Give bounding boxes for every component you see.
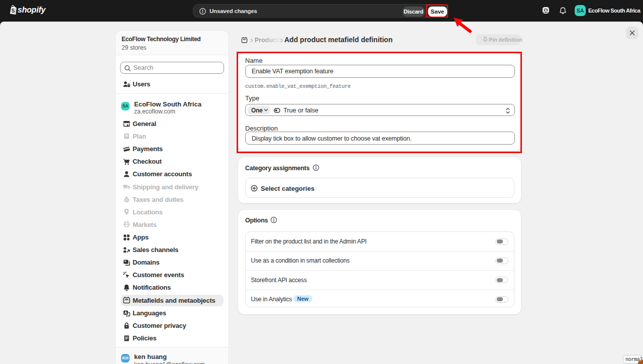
svg-text:S: S (12, 8, 15, 14)
